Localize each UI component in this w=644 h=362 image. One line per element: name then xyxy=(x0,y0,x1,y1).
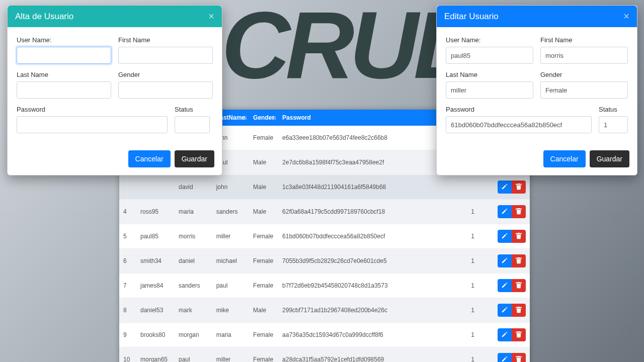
firstname-label: First Name xyxy=(118,36,213,44)
username-input[interactable] xyxy=(17,47,111,64)
lastname-input[interactable] xyxy=(17,81,111,99)
cell-username: daniel53 xyxy=(136,298,175,323)
cell-id: 7 xyxy=(119,274,136,298)
edit-button[interactable] xyxy=(498,230,512,243)
edit-button[interactable] xyxy=(498,279,512,292)
cell-lastname: sanders xyxy=(212,200,249,224)
status-input[interactable] xyxy=(599,116,628,133)
table-row: 9brooks80morganmariaFemaleaa736a35dc1593… xyxy=(119,323,530,347)
close-icon[interactable]: × xyxy=(208,11,214,22)
cell-actions xyxy=(494,200,530,224)
lastname-input[interactable] xyxy=(446,81,533,99)
col-gender[interactable]: Gender⇅ xyxy=(249,110,278,126)
pencil-icon xyxy=(501,331,508,339)
edit-button[interactable] xyxy=(498,328,512,341)
cell-password: 7055b3d9f5cb2829c26cd7e0e601cde5 xyxy=(278,249,467,274)
modal-title: Alta de Usuario xyxy=(15,12,73,22)
save-button[interactable]: Guardar xyxy=(590,150,629,167)
cell-gender: Male xyxy=(249,175,278,200)
cell-password: aa736a35dc15934d67c0a999dccff8f6 xyxy=(278,323,467,347)
cell-firstname: morgan xyxy=(175,323,212,347)
firstname-input[interactable] xyxy=(540,47,628,64)
cell-username: brooks80 xyxy=(136,323,175,347)
trash-icon xyxy=(515,331,522,339)
cell-password: 1c3a8e03f448d211904161a6f5849b68 xyxy=(278,175,467,200)
delete-button[interactable] xyxy=(512,279,526,292)
cell-actions xyxy=(494,224,530,249)
modal-header: Editar Usuario × xyxy=(437,6,637,27)
cell-gender: Female xyxy=(249,249,278,274)
cell-actions xyxy=(494,175,530,200)
cell-actions xyxy=(494,274,530,298)
cell-password: b7f72d6eb92b45458020748c8d1a3573 xyxy=(278,274,467,298)
gender-input[interactable] xyxy=(118,81,213,99)
firstname-input[interactable] xyxy=(118,47,213,64)
cell-lastname: miller xyxy=(212,224,249,249)
cell-lastname: miller xyxy=(212,347,249,363)
table-row: 4ross95mariasandersMale62f0a68a4179c5cdd… xyxy=(119,200,530,224)
cell-status: 1 xyxy=(467,249,494,274)
cell-status: 1 xyxy=(467,347,494,363)
edit-button[interactable] xyxy=(498,304,512,317)
cell-actions xyxy=(494,347,530,363)
cell-username: morgan65 xyxy=(136,347,175,363)
cell-gender: Female xyxy=(249,323,278,347)
cell-gender: Female xyxy=(249,347,278,363)
cell-gender: Female xyxy=(249,126,278,150)
close-icon[interactable]: × xyxy=(623,11,629,22)
save-button[interactable]: Guardar xyxy=(175,150,214,167)
pencil-icon xyxy=(501,282,508,290)
cell-gender: Male xyxy=(249,150,278,175)
gender-input[interactable] xyxy=(540,81,628,99)
cancel-button[interactable]: Cancelar xyxy=(128,150,171,167)
password-input[interactable] xyxy=(446,116,592,133)
username-input[interactable] xyxy=(446,47,533,64)
cell-actions xyxy=(494,298,530,323)
delete-button[interactable] xyxy=(512,304,526,317)
delete-button[interactable] xyxy=(512,353,526,362)
cell-status: 1 xyxy=(467,224,494,249)
cell-username: paul85 xyxy=(136,224,175,249)
delete-button[interactable] xyxy=(512,205,526,218)
cell-status: 1 xyxy=(467,274,494,298)
status-input[interactable] xyxy=(175,116,210,133)
cell-username xyxy=(136,175,175,200)
table-row: davidjohnMale1c3a8e03f448d211904161a6f58… xyxy=(119,175,530,200)
trash-icon xyxy=(515,257,522,265)
cell-actions xyxy=(494,323,530,347)
delete-button[interactable] xyxy=(512,230,526,243)
cell-id: 6 xyxy=(119,249,136,274)
delete-button[interactable] xyxy=(512,180,526,194)
cell-username: james84 xyxy=(136,274,175,298)
edit-button[interactable] xyxy=(498,254,512,267)
sort-icon: ⇅ xyxy=(243,115,247,121)
status-label: Status xyxy=(599,106,628,113)
delete-button[interactable] xyxy=(512,254,526,267)
cell-id: 4 xyxy=(119,200,136,224)
delete-button[interactable] xyxy=(512,328,526,341)
cell-gender: Female xyxy=(249,274,278,298)
firstname-label: First Name xyxy=(540,36,628,44)
pencil-icon xyxy=(501,232,508,241)
cell-gender: Female xyxy=(249,224,278,249)
trash-icon xyxy=(515,183,522,192)
cell-status: 1 xyxy=(467,298,494,323)
cell-id: 8 xyxy=(119,298,136,323)
status-label: Status xyxy=(175,106,210,113)
lastname-label: Last Name xyxy=(446,71,533,78)
password-label: Password xyxy=(17,106,168,113)
cancel-button[interactable]: Cancelar xyxy=(543,150,586,167)
cell-gender: Male xyxy=(249,298,278,323)
cell-firstname: morris xyxy=(175,224,212,249)
edit-button[interactable] xyxy=(498,180,512,194)
cell-lastname: michael xyxy=(212,249,249,274)
password-label: Password xyxy=(446,106,592,113)
password-input[interactable] xyxy=(17,116,168,133)
create-user-modal: Alta de Usuario × User Name: First Name … xyxy=(7,5,222,175)
table-row: 8daniel53markmikeMale299cbf7171ad1b29674… xyxy=(119,298,530,323)
cell-password: 62f0a68a4179c5cdd997189760cbcf18 xyxy=(278,200,467,224)
pencil-icon xyxy=(501,208,508,216)
edit-button[interactable] xyxy=(498,205,512,218)
cell-id xyxy=(119,175,136,200)
edit-button[interactable] xyxy=(498,353,512,362)
